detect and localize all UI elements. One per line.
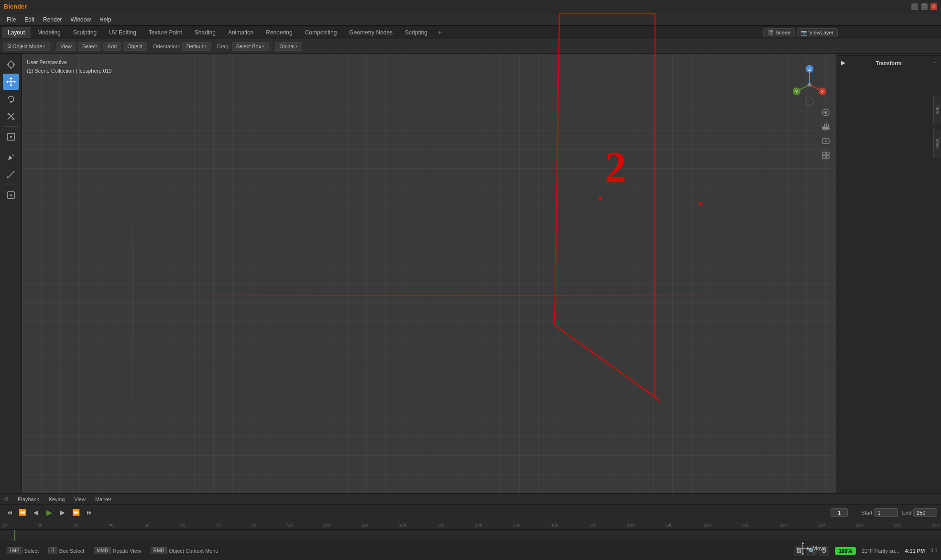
- timeline-keying-menu[interactable]: Keying: [46, 495, 68, 503]
- ruler-40: 40: [109, 523, 114, 527]
- svg-line-19: [8, 171, 14, 178]
- camera-icon-button[interactable]: [820, 106, 832, 119]
- end-frame-input[interactable]: [913, 508, 937, 517]
- menu-help[interactable]: Help: [96, 15, 115, 24]
- ruler-180: 180: [627, 523, 635, 527]
- current-frame-display[interactable]: 1: [831, 508, 848, 517]
- close-button[interactable]: ✕: [930, 3, 937, 10]
- tab-geometry-nodes[interactable]: Geometry Nodes: [343, 27, 398, 38]
- tab-shading[interactable]: Shading: [189, 27, 221, 38]
- drag-selector[interactable]: Select Box ▾: [232, 42, 269, 51]
- annotate-tool-button[interactable]: [3, 149, 19, 165]
- move-widget-area[interactable]: Move: [796, 542, 826, 555]
- context-key: RMB: [151, 547, 167, 554]
- ruler-200: 200: [703, 523, 711, 527]
- timeline-marker-menu[interactable]: Marker: [92, 495, 114, 503]
- measure-tool-button[interactable]: [3, 166, 19, 183]
- orientation-selector[interactable]: Default ▾: [182, 42, 211, 51]
- timeline: ⏱ Playback Keying View Marker ⏮ ⏪ ◀ ▶ ▶ …: [0, 493, 941, 541]
- tab-animation[interactable]: Animation: [222, 27, 259, 38]
- menu-file[interactable]: File: [3, 15, 20, 24]
- object-menu[interactable]: Object: [123, 42, 147, 51]
- right-sidebar: Item Tool View Options ▶ Transform ···: [836, 39, 941, 493]
- timeline-body[interactable]: [0, 530, 941, 541]
- drag-label: Drag:: [217, 44, 230, 49]
- tab-layout[interactable]: Layout: [2, 27, 31, 38]
- transform-label: Transform: [875, 60, 901, 66]
- move-tool-button[interactable]: [3, 74, 19, 90]
- hand-icon-button[interactable]: [820, 121, 832, 133]
- frame-end-button[interactable]: ⏭: [84, 507, 95, 518]
- scene-selector[interactable]: 🎬 Scene: [763, 28, 795, 37]
- maximize-button[interactable]: ☐: [921, 3, 928, 10]
- separator-4: [272, 42, 272, 51]
- ruler-50: 50: [144, 523, 149, 527]
- tab-sculpting[interactable]: Sculpting: [67, 27, 102, 38]
- transform-section-header[interactable]: ▶ Transform ···: [838, 58, 939, 68]
- tab-scripting[interactable]: Scripting: [399, 27, 433, 38]
- prev-keyframe-button[interactable]: ⏪: [17, 507, 28, 518]
- item-edge-tab[interactable]: Item: [933, 96, 941, 124]
- add-menu[interactable]: Add: [103, 42, 121, 51]
- menu-render[interactable]: Render: [39, 15, 66, 24]
- menu-window[interactable]: Window: [66, 15, 95, 24]
- battery-display: 100%: [835, 547, 856, 555]
- transform-dots[interactable]: ···: [932, 60, 936, 66]
- ruler-80: 80: [252, 523, 256, 527]
- ruler-150: 150: [513, 523, 520, 527]
- film-icon-button[interactable]: [820, 135, 832, 147]
- ruler-marks: 10 20 30 40 50 60 70 80 90 100 110 120 1…: [2, 523, 939, 527]
- play-button[interactable]: ▶: [44, 507, 55, 518]
- separator-1: [53, 42, 53, 51]
- global-selector[interactable]: Global ▾: [275, 42, 302, 51]
- transform-tool-button[interactable]: [3, 129, 19, 145]
- timeline-view-menu[interactable]: View: [71, 495, 88, 503]
- viewport-gizmo[interactable]: Z X Y: [793, 63, 826, 106]
- next-frame-button[interactable]: ▶: [57, 507, 68, 518]
- viewlayer-selector[interactable]: 📷 ViewLayer: [797, 28, 838, 37]
- drag-arrow: ▾: [262, 44, 264, 49]
- cursor-tool-button[interactable]: [3, 56, 19, 73]
- svg-rect-47: [826, 152, 829, 155]
- y-axis-line: [132, 54, 132, 493]
- gizmo-svg[interactable]: Z X Y: [793, 63, 826, 106]
- tab-compositing[interactable]: Compositing: [299, 27, 343, 38]
- timeline-playback-menu[interactable]: Playback: [15, 495, 42, 503]
- view-edge-tab[interactable]: View: [933, 129, 941, 158]
- tab-rendering[interactable]: Rendering: [260, 27, 298, 38]
- svg-marker-45: [825, 140, 828, 142]
- x-axis-line: [22, 295, 836, 296]
- chevron-right-icon: ▶: [841, 60, 845, 66]
- frame-start-button[interactable]: ⏮: [4, 507, 14, 518]
- view-menu[interactable]: View: [56, 42, 76, 51]
- tab-modeling[interactable]: Modeling: [32, 27, 66, 38]
- move-label-text: Move: [812, 545, 826, 552]
- tab-texture-paint[interactable]: Texture Paint: [143, 27, 188, 38]
- svg-marker-7: [10, 77, 12, 79]
- rotate-tool-button[interactable]: [3, 91, 19, 107]
- svg-rect-49: [826, 156, 829, 159]
- prev-frame-button[interactable]: ◀: [31, 507, 41, 518]
- ruler-250: 250: [894, 523, 901, 527]
- svg-point-36: [807, 99, 812, 104]
- add-workspace-button[interactable]: +: [434, 27, 446, 38]
- tab-uv-editing[interactable]: UV Editing: [103, 27, 142, 38]
- object-cursor-dot: [699, 202, 702, 205]
- ruler-10: 10: [2, 523, 7, 527]
- svg-marker-8: [10, 85, 12, 87]
- item-edge-label: Item: [935, 105, 940, 114]
- grid-icon-button[interactable]: [820, 149, 832, 162]
- add-tool-button[interactable]: [3, 187, 19, 203]
- viewport-right-icons: [820, 106, 832, 162]
- tool-separator-2: [4, 147, 18, 147]
- viewport-3d[interactable]: User Perspective (1) Scene Collection | …: [22, 54, 836, 493]
- svg-point-34: [808, 83, 811, 87]
- menu-edit[interactable]: Edit: [21, 15, 38, 24]
- select-menu[interactable]: Select: [78, 42, 101, 51]
- ruler-30: 30: [73, 523, 78, 527]
- mode-selector[interactable]: ⊙ Object Mode ▾: [3, 42, 50, 51]
- next-keyframe-button[interactable]: ⏩: [71, 507, 81, 518]
- scale-tool-button[interactable]: [3, 108, 19, 124]
- start-frame-input[interactable]: [874, 508, 898, 517]
- minimize-button[interactable]: —: [911, 3, 918, 10]
